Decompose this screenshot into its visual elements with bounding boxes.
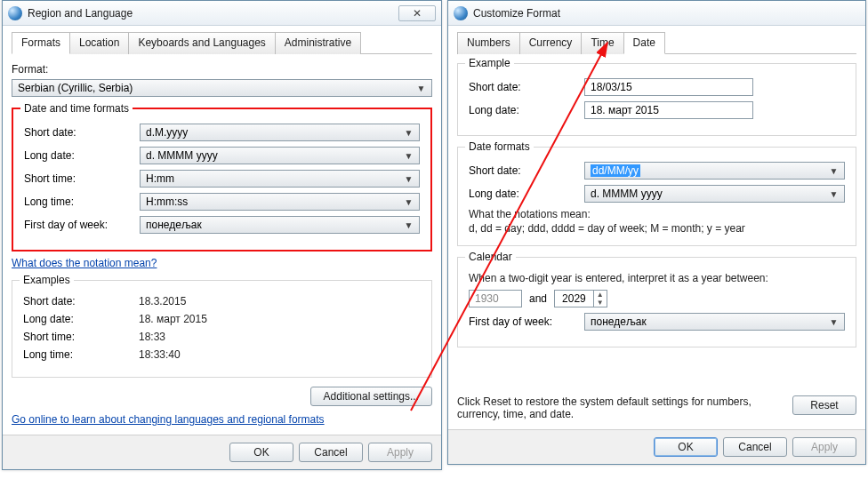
chevron-down-icon: ▼ [827,317,840,327]
date-formats-group: Date formats Short date: dd/MM/yy▼ Long … [457,147,856,246]
ex-long-date-value: 18. март 2015 [139,313,421,325]
examples-title: Examples [20,274,74,286]
tab-administrative[interactable]: Administrative [275,32,361,54]
spin-down-icon[interactable]: ▼ [594,299,607,307]
short-date-label: Short date: [24,126,140,139]
tab-date[interactable]: Date [623,32,665,54]
year-to-value: 2029 [555,291,593,307]
customize-footer: OK Cancel Apply [448,429,865,464]
additional-settings-button[interactable]: Additional settings... [310,387,432,406]
tab-numbers[interactable]: Numbers [457,32,520,54]
long-date-label: Long date: [24,149,140,162]
first-day-select[interactable]: понедељак▼ [140,216,420,234]
notation-body: d, dd = day; ddd, dddd = day of week; M … [469,222,845,235]
chevron-down-icon: ▼ [827,166,840,176]
reset-button[interactable]: Reset [792,395,856,415]
short-time-select[interactable]: H:mm▼ [140,170,420,188]
chevron-down-icon: ▼ [402,128,415,138]
region-titlebar: Region and Language ✕ [3,1,441,26]
ok-button[interactable]: OK [229,443,293,462]
date-time-formats-group: Date and time formats Short date: d.M.yy… [12,108,432,252]
ex-long-time-label: Long time: [23,348,139,361]
df-long-date-select[interactable]: d. MMMM yyyy▼ [584,185,845,203]
df-short-date-select[interactable]: dd/MM/yy▼ [584,162,845,180]
globe-icon [8,6,22,20]
globe-icon [454,6,468,20]
and-label: and [529,292,547,305]
ex-long-time-value: 18:33:40 [139,348,421,361]
chevron-down-icon: ▼ [402,174,415,184]
ex2-long-date-value: 18. март 2015 [584,101,753,119]
region-tabstrip: Formats Location Keyboards and Languages… [12,31,432,54]
examples-group: Examples Short date:18.3.2015 Long date:… [12,280,432,378]
date-formats-title: Date formats [465,140,534,153]
calendar-title: Calendar [465,251,516,263]
chevron-down-icon: ▼ [414,84,428,93]
ok-button[interactable]: OK [654,437,718,457]
customize-title: Customize Format [473,7,860,20]
format-value: Serbian (Cyrillic, Serbia) [18,82,133,94]
year-to-spinner[interactable]: 2029 ▲▼ [554,290,607,307]
example-title: Example [465,57,514,69]
chevron-down-icon: ▼ [827,189,840,199]
ex-short-date-value: 18.3.2015 [139,295,421,307]
cancel-button[interactable]: Cancel [299,443,363,462]
df-short-date-label: Short date: [469,164,584,177]
cal-first-day-select[interactable]: понедељак▼ [584,313,845,331]
notation-heading: What the notations mean: [469,208,845,220]
ex-short-time-label: Short time: [23,331,139,343]
group-title: Date and time formats [20,102,133,115]
customize-tabstrip: Numbers Currency Time Date [457,31,856,54]
cal-first-day-label: First day of week: [469,315,584,328]
chevron-down-icon: ▼ [402,197,415,207]
apply-button[interactable]: Apply [792,437,856,457]
notation-link[interactable]: What does the notation mean? [12,257,157,269]
year-from: 1930 [469,290,522,307]
tab-formats[interactable]: Formats [12,32,70,54]
ex-short-time-value: 18:33 [139,331,421,343]
chevron-down-icon: ▼ [402,151,415,161]
ex2-short-date-value: 18/03/15 [584,78,753,96]
df-long-date-label: Long date: [469,188,584,200]
example-group: Example Short date: 18/03/15 Long date: … [457,63,856,136]
tab-keyboards[interactable]: Keyboards and Languages [128,32,275,54]
short-date-select[interactable]: d.M.yyyy▼ [140,124,420,141]
cancel-button[interactable]: Cancel [723,437,787,457]
region-title: Region and Language [28,7,393,20]
reset-note: Click Reset to restore the system defaul… [457,395,782,420]
format-select[interactable]: Serbian (Cyrillic, Serbia) ▼ [12,79,432,97]
long-time-label: Long time: [24,196,140,208]
ex2-short-date-label: Short date: [469,81,584,93]
calendar-group: Calendar When a two-digit year is entere… [457,257,856,347]
tab-currency[interactable]: Currency [519,32,583,54]
short-time-label: Short time: [24,172,140,185]
spin-up-icon[interactable]: ▲ [594,291,607,299]
ex2-long-date-label: Long date: [469,104,584,116]
tab-time[interactable]: Time [581,32,623,54]
apply-button[interactable]: Apply [368,443,432,462]
calendar-sentence: When a two-digit year is entered, interp… [469,272,845,284]
customize-titlebar: Customize Format [448,1,865,26]
long-date-select[interactable]: d. MMMM yyyy▼ [140,147,420,164]
close-button[interactable]: ✕ [398,5,436,21]
first-day-label: First day of week: [24,219,140,231]
ex-long-date-label: Long date: [23,313,139,325]
region-footer: OK Cancel Apply [3,435,441,469]
online-link[interactable]: Go online to learn about changing langua… [12,413,325,426]
long-time-select[interactable]: H:mm:ss▼ [140,193,420,211]
ex-short-date-label: Short date: [23,295,139,307]
tab-location[interactable]: Location [69,32,129,54]
chevron-down-icon: ▼ [402,220,415,230]
format-label: Format: [12,63,432,76]
